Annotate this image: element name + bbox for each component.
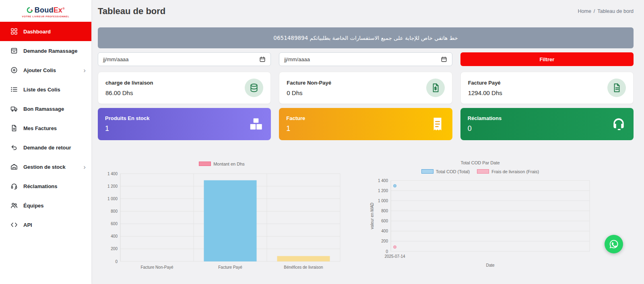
sidebar-item-bon-ramassage[interactable]: Bon Ramassage (0, 99, 91, 118)
legend-item[interactable]: Frais de livraison (Frais) (477, 169, 539, 174)
legend-item[interactable]: Total COD (Total) (421, 169, 470, 174)
brand-name: BoudEx® (35, 6, 65, 15)
sidebar-item-label: Bon Ramassage (23, 106, 64, 112)
sidebar-item-mes-factures[interactable]: Mes Factures (0, 118, 91, 138)
breadcrumb-home[interactable]: Home (578, 8, 591, 14)
date-to-input[interactable]: jj/mm/aaaa (279, 52, 452, 66)
pickup-slip-icon (10, 105, 18, 112)
sidebar-item-demande-ramassage[interactable]: Demande Ramassage (0, 41, 91, 60)
stock-management-icon (10, 163, 18, 170)
svg-text:0: 0 (386, 249, 388, 254)
svg-text:200: 200 (111, 247, 118, 251)
headset-icon (611, 116, 626, 132)
svg-text:600: 600 (111, 222, 118, 226)
sidebar-item-label: API (23, 222, 32, 228)
svg-text:Facture Non-Payé: Facture Non-Payé (140, 265, 173, 269)
svg-text:1 400: 1 400 (107, 172, 118, 176)
brand-logo-icon (27, 7, 33, 13)
whatsapp-icon (608, 238, 620, 250)
color-card-value: 1 (105, 124, 150, 133)
stat-cards-row: charge de livraison 86.00 Dhs Facture No… (98, 72, 634, 104)
dashboard-grid-icon (10, 28, 18, 35)
sidebar-item-liste-des-colis[interactable]: Liste des Colis (0, 80, 91, 99)
bar-chart-canvas: 02004006008001 0001 2001 400Facture Non-… (101, 170, 343, 272)
parcel-boxes-icon (248, 116, 264, 132)
color-card-title: Réclamations (468, 115, 502, 121)
sidebar-item-api[interactable]: API (0, 215, 91, 234)
sidebar-item-ajouter-colis[interactable]: Ajouter Colis › (0, 60, 91, 80)
sidebar-item-label: Gestion de stock (23, 164, 66, 170)
legend-item[interactable]: Montant en Dhs (199, 162, 245, 166)
svg-text:0: 0 (115, 259, 118, 264)
chevron-right-icon: › (83, 67, 86, 74)
chevron-right-icon: › (83, 164, 86, 170)
svg-text:1 000: 1 000 (378, 199, 388, 203)
svg-text:200: 200 (381, 239, 388, 243)
line-chart-canvas: 02004006008001 0001 2001 4002025-07-14Da… (367, 177, 593, 269)
stat-card-value: 86.00 Dhs (105, 89, 153, 96)
calendar-icon[interactable] (441, 56, 447, 62)
svg-text:Facture Payé: Facture Payé (218, 265, 242, 269)
stat-card-value: 1294.00 Dhs (468, 89, 502, 96)
filter-bar: jj/mm/aaaa jj/mm/aaaa Filtrer (98, 52, 634, 66)
add-parcel-icon (10, 66, 18, 74)
sidebar-item-equipes[interactable]: Équipes (0, 196, 91, 215)
svg-text:2025-07-14: 2025-07-14 (384, 254, 405, 259)
invoices-icon (10, 124, 18, 132)
teams-icon (10, 202, 18, 209)
sidebar-item-dashboard[interactable]: Dashboard (0, 22, 91, 41)
svg-text:Bénéfices de livraison: Bénéfices de livraison (284, 265, 323, 269)
stat-card-charge-de-livraison: charge de livraison 86.00 Dhs (98, 72, 271, 104)
brand-logo[interactable]: BoudEx® VOTRE LIVREUR PROFESSIONNEL (0, 0, 91, 21)
svg-text:400: 400 (381, 229, 388, 233)
sidebar-item-reclamations[interactable]: Réclamations (0, 176, 91, 196)
date-from-placeholder: jj/mm/aaaa (103, 56, 129, 62)
parcel-list-icon (10, 86, 18, 93)
sidebar-item-label: Demande de retour (23, 145, 71, 151)
pickup-request-icon (10, 47, 18, 54)
svg-text:800: 800 (111, 209, 118, 214)
line-chart: Total COD Par Date Total COD (Total)Frai… (367, 160, 593, 271)
sidebar-item-label: Ajouter Colis (23, 67, 56, 73)
page-title: Tableau de bord (98, 6, 165, 17)
stat-card-title: Facture Payé (468, 80, 502, 86)
color-card-value: 1 (286, 124, 305, 133)
charts-row: Montant en Dhs 02004006008001 0001 2001 … (98, 160, 634, 274)
sidebar-item-label: Mes Factures (23, 125, 57, 131)
svg-text:1 400: 1 400 (378, 178, 388, 183)
info-banner: خط هاتفي خاص للإجابة على جميع الاستفسارا… (98, 27, 634, 48)
bar-chart: Montant en Dhs 02004006008001 0001 2001 … (101, 160, 343, 274)
whatsapp-button[interactable] (605, 235, 623, 253)
sidebar-item-demande-de-retour[interactable]: Demande de retour (0, 138, 91, 157)
line-chart-title: Total COD Par Date (367, 160, 593, 165)
color-card-produits-en-stock: Produits En stock 1 (98, 108, 271, 140)
calendar-icon[interactable] (259, 56, 266, 62)
coins-icon (245, 79, 263, 97)
svg-text:Date: Date (486, 263, 495, 267)
date-from-input[interactable]: jj/mm/aaaa (98, 52, 271, 66)
color-card-facture: Facture 1 (279, 108, 452, 140)
sidebar-menu: Dashboard Demande Ramassage Ajouter Coli… (0, 22, 91, 234)
color-card-title: Produits En stock (105, 115, 150, 121)
svg-text:1 200: 1 200 (378, 189, 388, 193)
breadcrumb: Home / Tableau de bord (578, 8, 634, 14)
claims-icon (10, 182, 18, 190)
color-card-title: Facture (286, 115, 305, 121)
sidebar-item-label: Dashboard (23, 29, 51, 35)
sidebar-item-label: Équipes (23, 203, 44, 209)
paid-invoice-icon (607, 79, 626, 97)
receipt-icon (430, 116, 445, 132)
sidebar-item-label: Demande Ramassage (23, 48, 77, 54)
svg-text:1 200: 1 200 (107, 184, 118, 189)
svg-text:600: 600 (381, 219, 388, 223)
filter-button[interactable]: Filtrer (460, 52, 634, 66)
svg-text:400: 400 (111, 234, 118, 238)
invoice-dollar-icon (426, 79, 445, 97)
brand-tagline: VOTRE LIVREUR PROFESSIONNEL (22, 15, 70, 18)
return-request-icon (10, 144, 18, 151)
stat-card-value: 0 Dhs (287, 89, 331, 96)
bar-chart-legend: Montant en Dhs (101, 160, 343, 168)
sidebar-item-gestion-de-stock[interactable]: Gestion de stock › (0, 157, 91, 176)
color-cards-row: Produits En stock 1 Facture 1 Réclamatio… (98, 108, 634, 140)
breadcrumb-current: Tableau de bord (597, 8, 634, 14)
